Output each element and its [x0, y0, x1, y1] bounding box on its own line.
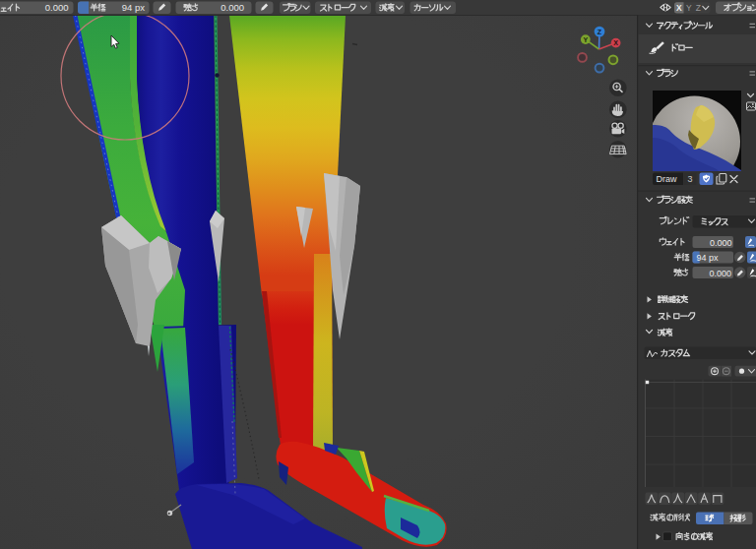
svg-text:94 px: 94 px: [696, 253, 719, 263]
svg-text:0.000: 0.000: [220, 2, 244, 13]
svg-text:X: X: [613, 39, 618, 46]
svg-text:0.000: 0.000: [45, 2, 69, 13]
svg-text:Y: Y: [583, 36, 588, 43]
svg-text:Z: Z: [598, 29, 602, 35]
svg-text:0.000: 0.000: [710, 238, 732, 248]
svg-text:Z: Z: [696, 3, 701, 13]
svg-text:X: X: [676, 3, 682, 13]
svg-text:0.000: 0.000: [709, 269, 731, 278]
svg-text:Draw: Draw: [657, 174, 678, 184]
svg-text:3: 3: [687, 174, 692, 184]
svg-text:94 px: 94 px: [122, 2, 145, 13]
svg-text:Y: Y: [686, 3, 692, 13]
